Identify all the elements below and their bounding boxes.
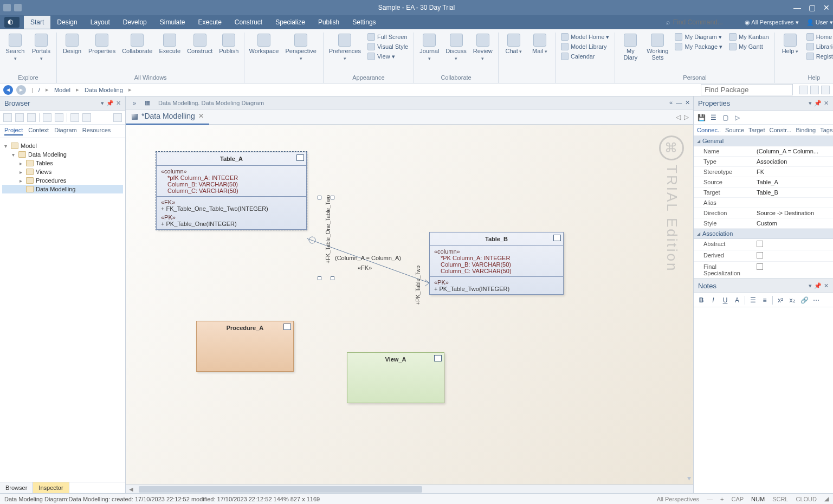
prop-row-derived[interactable]: Derived [694, 250, 833, 262]
props-tool-3[interactable]: ▢ [721, 113, 729, 122]
canvas-hscrollbar[interactable]: ◄ [126, 484, 693, 493]
prop-row-final-specialization[interactable]: Final Specialization [694, 262, 833, 279]
notes-sub-icon[interactable]: x₂ [788, 296, 797, 305]
connector-end-a[interactable]: +FK_Table_One_Table_Two [325, 195, 331, 263]
app-menu-button[interactable] [4, 17, 20, 28]
tabbar-min-icon[interactable]: — [676, 99, 682, 106]
browser-tool-3[interactable] [27, 113, 36, 122]
browser-down-icon[interactable] [55, 113, 63, 122]
ribbon-chat[interactable]: Chat [502, 33, 526, 56]
notes-body[interactable] [694, 307, 833, 493]
props-list-icon[interactable]: ☰ [709, 113, 718, 122]
browser-tab-resources[interactable]: Resources [82, 127, 111, 135]
ribbon-collaborate[interactable]: Collaborate [120, 33, 154, 55]
prop-row-alias[interactable]: Alias [694, 198, 833, 208]
ribbon-search[interactable]: Search [3, 33, 27, 63]
notes-underline-icon[interactable]: U [721, 296, 729, 305]
props-pin-icon[interactable]: 📌 [814, 100, 822, 107]
browser-tree[interactable]: ▾Model▾Data Modeling▸Tables▸Views▸Proced… [0, 138, 125, 482]
browser-dropdown-icon[interactable]: ▾ [101, 100, 104, 107]
notes-bold-icon[interactable]: B [697, 296, 706, 305]
selection-handle[interactable] [318, 196, 321, 199]
find-package-input[interactable] [701, 84, 793, 95]
tree-node-views[interactable]: ▸Views [2, 167, 123, 176]
props-tab-5[interactable]: Tags [820, 127, 832, 133]
notes-super-icon[interactable]: x² [776, 296, 785, 305]
notes-close-icon[interactable]: ✕ [824, 282, 829, 289]
zoom-out-icon[interactable]: — [707, 496, 713, 502]
ribbon-home-page[interactable]: Home Page [804, 33, 833, 41]
ribbon-preferences[interactable]: Preferences [327, 33, 363, 63]
find-command[interactable]: ⌕ [666, 18, 738, 26]
props-play-icon[interactable]: ▷ [733, 113, 741, 122]
doc-nav-next[interactable]: ▷ [684, 113, 689, 121]
crumb-root[interactable]: / [38, 87, 40, 93]
zoom-in-icon[interactable]: + [720, 496, 724, 502]
selection-handle[interactable] [318, 276, 321, 280]
app-icon-1[interactable] [3, 4, 11, 11]
props-close-icon[interactable]: ✕ [824, 100, 829, 107]
canvas-scroll-down[interactable]: ▾ [687, 474, 691, 482]
selection-handle[interactable] [331, 276, 334, 280]
maximize-button[interactable]: ▢ [809, 3, 816, 12]
menu-tab-construct[interactable]: Construct [228, 16, 269, 29]
ribbon-model-home[interactable]: Model Home ▾ [559, 33, 611, 41]
menu-tab-publish[interactable]: Publish [312, 16, 346, 29]
find-command-input[interactable] [673, 18, 738, 26]
menu-tab-settings[interactable]: Settings [346, 16, 382, 29]
ribbon-register[interactable]: Register [804, 52, 833, 61]
ribbon-journal[interactable]: Journal [417, 33, 441, 63]
ribbon-help[interactable]: Help [778, 33, 802, 56]
ribbon-my-gantt[interactable]: My Gantt [727, 42, 771, 51]
ribbon-libraries[interactable]: Libraries ▾ [804, 42, 833, 51]
minimize-button[interactable]: — [793, 3, 801, 12]
browser-tab-context[interactable]: Context [28, 127, 49, 135]
ribbon-mail[interactable]: Mail [528, 33, 552, 56]
props-save-icon[interactable]: 💾 [697, 113, 706, 122]
crumb-1[interactable]: Model [54, 87, 70, 93]
prop-row-stereotype[interactable]: StereotypeFK [694, 167, 833, 177]
notes-italic-icon[interactable]: I [709, 296, 718, 305]
notes-more-icon[interactable]: ⋯ [812, 296, 821, 305]
tree-node-model[interactable]: ▾Model [2, 141, 123, 150]
ribbon-review[interactable]: Review [471, 33, 495, 63]
browser-up-icon[interactable] [43, 113, 51, 122]
entity-procedure-a[interactable]: Procedure_A [196, 321, 294, 372]
tree-node-data-modeling[interactable]: ▾Data Modeling [2, 150, 123, 159]
ribbon-my-diary[interactable]: My Diary [618, 33, 642, 62]
notes-color-icon[interactable]: A [733, 296, 741, 305]
crumb-tool-1[interactable] [799, 86, 808, 94]
prop-row-direction[interactable]: DirectionSource -> Destination [694, 208, 833, 218]
props-tab-2[interactable]: Target [748, 127, 765, 133]
menu-tab-specialize[interactable]: Specialize [269, 16, 312, 29]
ribbon-perspective[interactable]: Perspective [282, 33, 320, 63]
ribbon-working-sets[interactable]: Working Sets [644, 33, 670, 62]
app-icon-2[interactable] [14, 4, 22, 11]
prop-row-target[interactable]: TargetTable_B [694, 188, 833, 198]
prop-row-style[interactable]: StyleCustom [694, 218, 833, 229]
status-resize-grip[interactable]: ◢ [824, 495, 829, 502]
props-tab-3[interactable]: Constr... [769, 127, 791, 133]
doc-nav-prev[interactable]: ◁ [676, 113, 681, 121]
notes-link-icon[interactable]: 🔗 [800, 296, 809, 305]
ribbon-my-package[interactable]: My Package ▾ [673, 42, 725, 51]
props-association-header[interactable]: Association [694, 229, 833, 239]
user-dropdown[interactable]: 👤 User ▾ [806, 19, 833, 26]
menu-tab-simulate[interactable]: Simulate [153, 16, 192, 29]
props-general-header[interactable]: General [694, 136, 833, 146]
ribbon-model-library[interactable]: Model Library [559, 42, 611, 51]
ribbon-my-diagram[interactable]: My Diagram ▾ [673, 33, 725, 41]
browser-tab-diagram[interactable]: Diagram [54, 127, 77, 135]
prop-row-source[interactable]: SourceTable_A [694, 177, 833, 188]
browser-pin-icon[interactable]: 📌 [106, 100, 114, 107]
browser-play-icon[interactable] [113, 113, 122, 122]
entity-view-a[interactable]: View_A [347, 352, 444, 403]
tree-node-procedures[interactable]: ▸Procedures [2, 176, 123, 185]
tabbar-collapse-icon[interactable]: « [669, 99, 673, 106]
menu-tab-start[interactable]: Start [24, 16, 50, 29]
crumb-2[interactable]: Data Modeling [85, 87, 123, 93]
ribbon-my-kanban[interactable]: My Kanban [727, 33, 771, 41]
ribbon-calendar[interactable]: Calendar [559, 52, 611, 61]
notes-numlist-icon[interactable]: ≡ [760, 296, 769, 305]
tabbar-diagram-icon[interactable]: ▦ [143, 99, 152, 107]
